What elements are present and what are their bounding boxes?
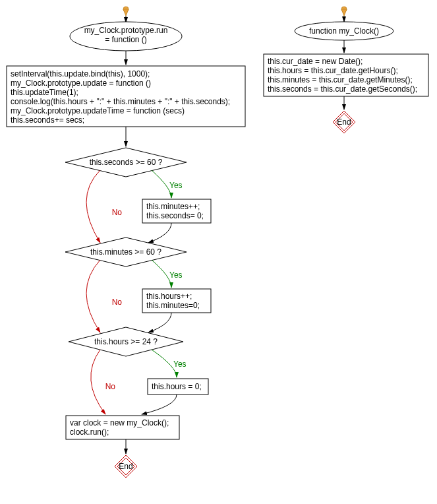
yes-label-3: Yes bbox=[173, 360, 187, 369]
no-label-1: No bbox=[112, 208, 123, 217]
processR-line2: this.minutes = this.cur_date.getMinutes(… bbox=[268, 75, 413, 84]
end-node-right: End bbox=[333, 111, 355, 133]
process1-line5: this.seconds+= secs; bbox=[11, 115, 84, 125]
process1-line0: setInterval(this.update.bind(this), 1000… bbox=[11, 69, 150, 79]
decision2-text: this.minutes >= 60 ? bbox=[90, 247, 161, 257]
processR-line1: this.hours = this.cur_date.getHours(); bbox=[268, 66, 398, 75]
start-text-left-2: = function () bbox=[105, 35, 147, 44]
action1-line0: this.minutes++; bbox=[146, 202, 200, 211]
yes-label-2: Yes bbox=[169, 270, 183, 280]
action3-text: this.hours = 0; bbox=[152, 382, 202, 391]
action2-line1: this.minutes=0; bbox=[146, 301, 200, 310]
decision1-text: this.seconds >= 60 ? bbox=[90, 158, 163, 167]
flowchart-diagram: my_Clock.prototype.run = function () set… bbox=[0, 0, 437, 504]
processR-line3: this.seconds = this.cur_date.getSeconds(… bbox=[268, 84, 417, 94]
process1-line1: my_Clock.prototype.update = function () bbox=[11, 79, 151, 88]
entry-marker-right bbox=[341, 7, 347, 16]
entry-marker-left bbox=[123, 7, 129, 16]
end-node-left: End bbox=[115, 455, 137, 478]
action1-line1: this.seconds= 0; bbox=[146, 211, 204, 220]
processR-line0: this.cur_date = new Date(); bbox=[268, 57, 363, 66]
process1-line4: my_Clock.prototype.updateTime = function… bbox=[11, 106, 185, 115]
process1-line3: console.log(this.hours + ":" + this.minu… bbox=[11, 97, 230, 106]
yes-label-1: Yes bbox=[169, 181, 183, 190]
decision3-text: this.hours >= 24 ? bbox=[94, 337, 158, 346]
no-label-2: No bbox=[112, 298, 123, 307]
start-text-left-1: my_Clock.prototype.run bbox=[84, 26, 168, 35]
end-text-left: End bbox=[119, 462, 132, 471]
start-text-right: function my_Clock() bbox=[309, 26, 379, 36]
no-label-3: No bbox=[105, 382, 116, 391]
end-text-right: End bbox=[337, 117, 351, 127]
action2-line0: this.hours++; bbox=[146, 292, 192, 301]
final-line0: var clock = new my_Clock(); bbox=[70, 418, 169, 427]
process1-line2: this.updateTime(1); bbox=[11, 88, 78, 97]
final-line1: clock.run(); bbox=[70, 427, 109, 437]
